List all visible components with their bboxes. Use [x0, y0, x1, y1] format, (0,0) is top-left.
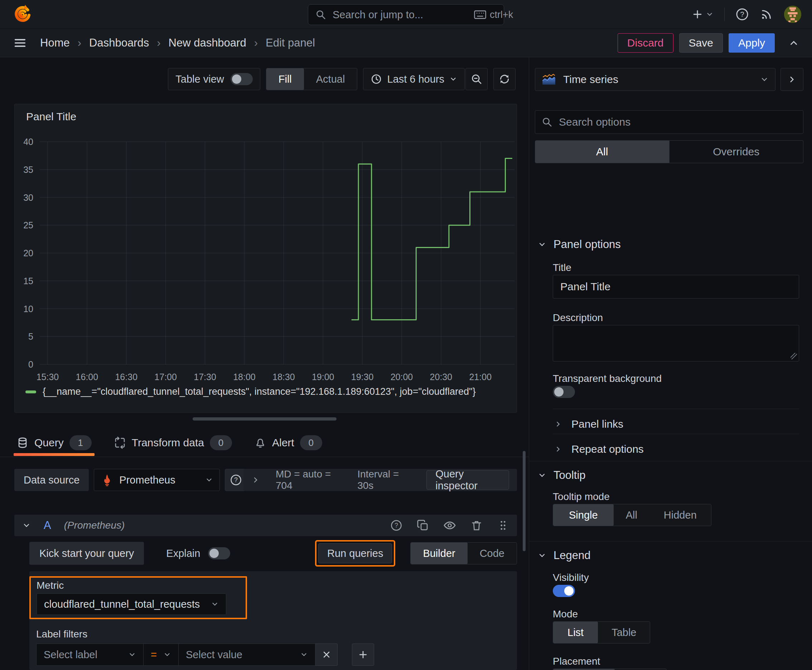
tab-alert[interactable]: Alert 0 — [254, 435, 322, 450]
svg-text:25: 25 — [23, 220, 33, 230]
tooltip-mode-label: Tooltip mode — [553, 491, 610, 503]
menu-toggle-button[interactable] — [13, 36, 27, 50]
tab-query[interactable]: Query 1 — [17, 435, 92, 450]
panel-options-header[interactable]: Panel options — [538, 238, 621, 251]
legend-visibility-toggle[interactable] — [553, 585, 575, 597]
help-icon: ? — [736, 7, 749, 21]
collapse-query-button[interactable] — [22, 521, 31, 530]
query-row-header[interactable]: A (Prometheus) ? — [14, 515, 517, 536]
collapse-options-button[interactable] — [788, 37, 799, 48]
chevron-down-icon — [211, 600, 219, 608]
time-series-chart[interactable]: 051015202530354015:3016:0016:3017:0017:3… — [15, 104, 517, 387]
tooltip-hidden-option[interactable]: Hidden — [649, 504, 711, 526]
panel-links-section[interactable]: Panel links — [554, 418, 623, 430]
search-input[interactable] — [332, 8, 468, 21]
svg-text:20:00: 20:00 — [391, 372, 413, 382]
legend-table-option[interactable]: Table — [598, 622, 650, 643]
kick-start-button[interactable]: Kick start your query — [29, 542, 144, 565]
global-search[interactable]: ctrl+k — [308, 4, 504, 25]
description-textarea[interactable] — [553, 325, 799, 361]
chevron-right-icon: › — [78, 37, 81, 49]
fill-option[interactable]: Fill — [266, 68, 304, 90]
options-search[interactable] — [535, 110, 804, 134]
refresh-icon — [498, 73, 510, 85]
run-queries-button[interactable]: Run queries — [318, 543, 392, 563]
duplicate-query-button[interactable] — [417, 519, 429, 531]
legend-mode-segment: List Table — [553, 621, 650, 643]
user-avatar[interactable] — [784, 6, 801, 23]
pane-resize-handle[interactable] — [193, 417, 337, 421]
select-label-dropdown[interactable]: Select label — [36, 643, 144, 666]
metric-select[interactable]: cloudflared_tunnel_total_requests — [37, 594, 226, 615]
panel-preview[interactable]: Panel Title 051015202530354015:3016:0016… — [14, 104, 517, 413]
transparent-background-toggle[interactable] — [553, 386, 575, 398]
tab-transform-data[interactable]: Transform data 0 — [114, 435, 232, 450]
options-search-input[interactable] — [558, 116, 797, 129]
query-help-button[interactable]: ? — [390, 519, 402, 531]
tab-query-label: Query — [34, 437, 64, 449]
trash-icon — [470, 519, 483, 531]
query-options-bar: MD = auto = 704 Interval = 30s Query ins… — [244, 469, 517, 491]
legend-header[interactable]: Legend — [538, 549, 590, 562]
code-option[interactable]: Code — [468, 543, 517, 564]
add-filter-button[interactable] — [352, 643, 374, 666]
time-range-label: Last 6 hours — [387, 73, 444, 85]
grafana-logo-icon[interactable] — [12, 4, 33, 25]
select-value-dropdown[interactable]: Select value — [179, 643, 315, 666]
resize-grip-icon[interactable] — [790, 353, 797, 359]
datasource-picker[interactable]: Prometheus — [94, 469, 220, 491]
repeat-options-section[interactable]: Repeat options — [554, 443, 644, 455]
scrollbar-thumb[interactable] — [523, 451, 526, 551]
close-icon — [322, 650, 332, 660]
query-inspector-button[interactable]: Query inspector — [426, 470, 509, 490]
legend-placement-segment: Bottom Right — [553, 668, 667, 670]
actual-option[interactable]: Actual — [304, 68, 357, 90]
filter-all-option[interactable]: All — [535, 140, 670, 163]
label-filters-label: Label filters — [36, 628, 87, 640]
rss-icon — [760, 7, 773, 21]
breadcrumb-new-dashboard[interactable]: New dashboard — [169, 37, 246, 49]
legend-series-label[interactable]: {__name__="cloudflared_tunnel_total_requ… — [42, 386, 476, 397]
svg-text:17:00: 17:00 — [154, 372, 177, 382]
collapse-pane-button[interactable] — [780, 68, 804, 91]
filter-overrides-option[interactable]: Overrides — [670, 140, 804, 163]
expand-query-options-button[interactable] — [251, 475, 260, 484]
zoom-out-button[interactable] — [465, 68, 488, 90]
chart-legend[interactable]: {__name__="cloudflared_tunnel_total_requ… — [25, 386, 476, 397]
apply-button[interactable]: Apply — [729, 33, 775, 52]
breadcrumb-home[interactable]: Home — [40, 37, 70, 49]
help-button[interactable]: ? — [736, 7, 749, 21]
tab-transform-badge: 0 — [210, 435, 232, 450]
tooltip-all-option[interactable]: All — [614, 504, 649, 526]
refresh-button[interactable] — [493, 68, 515, 90]
panel-links-label: Panel links — [571, 418, 623, 430]
breadcrumb-dashboards[interactable]: Dashboards — [89, 37, 149, 49]
table-view-toggle[interactable] — [231, 73, 253, 85]
svg-text:?: ? — [740, 10, 744, 18]
tooltip-single-option[interactable]: Single — [553, 504, 614, 526]
news-button[interactable] — [760, 7, 773, 21]
eye-icon — [443, 519, 456, 532]
metric-label: Metric — [37, 580, 64, 591]
builder-option[interactable]: Builder — [411, 543, 467, 564]
query-builder-toolbar: Kick start your query Explain Run querie… — [29, 540, 517, 566]
panel-title-input[interactable] — [553, 275, 799, 298]
chevron-up-icon — [788, 37, 799, 48]
save-button[interactable]: Save — [679, 33, 723, 52]
discard-button[interactable]: Discard — [618, 33, 673, 52]
operator-dropdown[interactable]: = — [144, 643, 179, 666]
toggle-visibility-button[interactable] — [443, 519, 456, 532]
tooltip-header[interactable]: Tooltip — [538, 469, 586, 482]
legend-list-option[interactable]: List — [553, 622, 598, 643]
delete-query-button[interactable] — [470, 519, 483, 531]
visualization-picker[interactable]: Time series — [535, 68, 775, 91]
chevron-down-icon — [163, 651, 171, 658]
tab-transform-label: Transform data — [132, 437, 204, 449]
drag-query-handle[interactable] — [497, 519, 509, 531]
time-range-picker[interactable]: Last 6 hours — [363, 68, 465, 90]
explain-toggle[interactable] — [208, 547, 230, 559]
add-menu-button[interactable] — [692, 8, 714, 20]
database-icon — [17, 437, 29, 449]
remove-filter-button[interactable] — [315, 643, 337, 666]
chevron-down-icon — [538, 551, 546, 560]
